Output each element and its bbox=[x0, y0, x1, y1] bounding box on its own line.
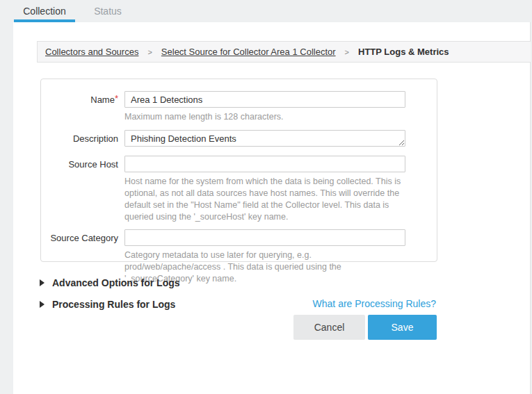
breadcrumb-select-source[interactable]: Select Source for Collector Area 1 Colle… bbox=[161, 47, 336, 57]
name-input[interactable] bbox=[124, 91, 405, 108]
breadcrumb: Collectors and Sources > Select Source f… bbox=[37, 41, 531, 63]
source-category-input[interactable] bbox=[124, 229, 405, 246]
cancel-button[interactable]: Cancel bbox=[293, 315, 365, 340]
source-host-helper-text: Host name for the system from which the … bbox=[124, 176, 405, 223]
source-host-input[interactable] bbox=[124, 156, 405, 172]
breadcrumb-separator-icon: > bbox=[147, 48, 152, 56]
name-field-wrap bbox=[124, 91, 405, 108]
name-label-text: Name bbox=[90, 95, 115, 105]
expand-arrow-icon bbox=[40, 279, 45, 286]
content-panel: Collectors and Sources > Select Source f… bbox=[13, 22, 531, 394]
description-field-wrap: Phishing Detection Events bbox=[124, 130, 405, 149]
source-config-card: Name* Maximum name length is 128 charact… bbox=[40, 79, 437, 262]
tab-status[interactable]: Status bbox=[83, 0, 132, 22]
required-asterisk: * bbox=[115, 93, 118, 104]
breadcrumb-current-page: HTTP Logs & Metrics bbox=[358, 47, 449, 57]
description-row: Description Phishing Detection Events bbox=[41, 130, 437, 149]
advanced-options-section-toggle[interactable]: Advanced Options for Logs bbox=[40, 277, 180, 288]
source-host-row: Source Host bbox=[41, 156, 437, 172]
source-category-label: Source Category bbox=[41, 229, 124, 246]
processing-rules-label: Processing Rules for Logs bbox=[52, 299, 175, 310]
save-button[interactable]: Save bbox=[368, 315, 437, 340]
form-actions: Cancel Save bbox=[293, 315, 437, 340]
expand-arrow-icon bbox=[40, 301, 45, 308]
breadcrumb-separator-icon: > bbox=[345, 48, 349, 56]
description-textarea[interactable]: Phishing Detection Events bbox=[124, 130, 405, 147]
source-category-field-wrap bbox=[124, 229, 405, 246]
what-are-processing-rules-link[interactable]: What are Processing Rules? bbox=[313, 298, 436, 309]
processing-rules-section-toggle[interactable]: Processing Rules for Logs bbox=[40, 299, 175, 310]
source-host-field-wrap bbox=[124, 156, 405, 172]
tab-bar: Collection Status bbox=[0, 0, 532, 22]
name-label: Name* bbox=[41, 91, 124, 108]
description-label: Description bbox=[41, 130, 124, 149]
breadcrumb-collectors-and-sources[interactable]: Collectors and Sources bbox=[45, 47, 138, 57]
name-helper-text: Maximum name length is 128 characters. bbox=[124, 111, 405, 123]
advanced-options-label: Advanced Options for Logs bbox=[52, 277, 180, 288]
name-row: Name* bbox=[41, 91, 437, 108]
source-category-row: Source Category bbox=[41, 229, 437, 246]
source-host-label: Source Host bbox=[41, 156, 124, 172]
